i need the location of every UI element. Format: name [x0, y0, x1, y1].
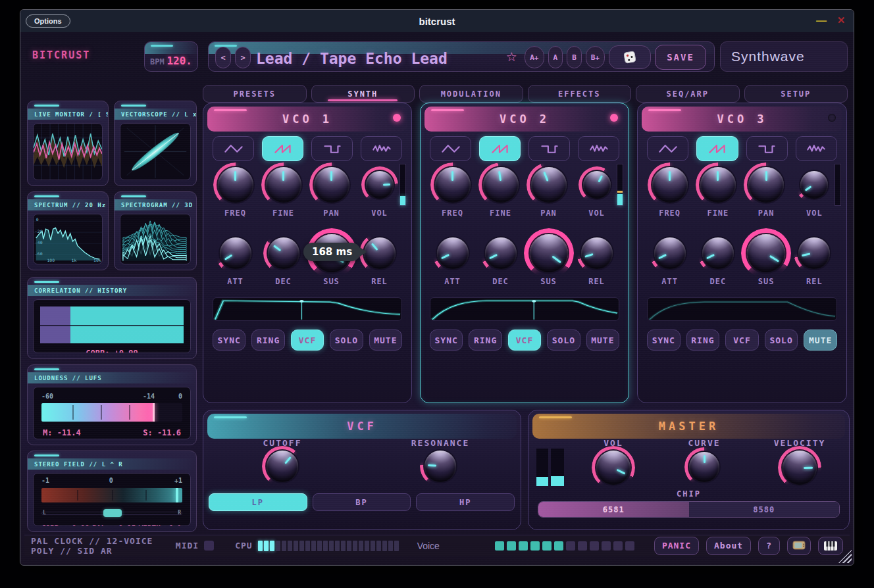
wave-square-button[interactable] [528, 136, 570, 161]
virtual-keyboard-button[interactable] [818, 537, 843, 555]
sustain-knob[interactable] [746, 233, 786, 274]
bandpass-button[interactable]: BP [313, 493, 411, 511]
close-icon[interactable]: ✕ [835, 14, 847, 26]
randomize-button[interactable] [609, 45, 651, 69]
wave-square-button[interactable] [746, 136, 788, 161]
ring-button[interactable]: RING [686, 330, 720, 351]
pan-knob[interactable] [530, 166, 568, 204]
correlation-title: CORRELATION // HISTORY [28, 285, 196, 296]
freq-knob[interactable] [217, 166, 255, 204]
crt-toggle-button[interactable] [787, 537, 811, 555]
tab-modulation[interactable]: MODULATION [419, 85, 523, 103]
bpm-value: 120. [167, 55, 192, 67]
next-preset-button[interactable]: > [235, 47, 251, 68]
vol-knob[interactable] [582, 170, 612, 200]
sync-button[interactable]: SYNC [430, 330, 463, 351]
preset-category-field[interactable]: Synthwave [720, 41, 848, 72]
loudness-panel: LOUDNESS // LUFS -60 -14 0 M: -11.4 S: -… [27, 364, 197, 445]
attack-knob[interactable] [436, 236, 470, 270]
wave-triangle-button[interactable] [647, 136, 688, 161]
attack-label: ATT [646, 277, 694, 286]
freq-knob[interactable] [434, 166, 472, 204]
fine-knob[interactable] [699, 166, 737, 204]
vco2-envelope-display[interactable] [430, 297, 619, 321]
wave-saw-button[interactable] [696, 136, 738, 161]
vco3-envelope-display[interactable] [647, 297, 837, 321]
sync-button[interactable]: SYNC [647, 330, 681, 351]
lowpass-button[interactable]: LP [209, 493, 307, 511]
favorite-star-icon[interactable]: ☆ [502, 46, 521, 68]
pan-knob[interactable] [747, 166, 785, 204]
minimize-icon[interactable]: — [815, 15, 827, 27]
wave-triangle-button[interactable] [213, 136, 254, 161]
wave-saw-button[interactable] [479, 136, 521, 161]
vco1-envelope-display[interactable] [213, 297, 402, 321]
wave-noise-button[interactable] [578, 136, 619, 161]
wave-triangle-button[interactable] [430, 136, 471, 161]
ring-button[interactable]: RING [469, 330, 501, 351]
decay-knob[interactable] [484, 236, 518, 270]
freq-knob[interactable] [651, 166, 689, 204]
ring-button[interactable]: RING [251, 330, 284, 351]
balance-thumb[interactable] [103, 509, 122, 517]
mute-button[interactable]: MUTE [369, 330, 402, 351]
wave-square-button[interactable] [311, 136, 353, 161]
panic-button[interactable]: PANIC [654, 537, 699, 555]
tab-synth[interactable]: SYNTH [311, 85, 415, 103]
solo-button[interactable]: SOLO [330, 330, 363, 351]
copy-a-button[interactable]: A+ [525, 46, 544, 68]
slot-b-button[interactable]: B [567, 46, 582, 68]
cpu-meter-group: CPU [235, 541, 398, 551]
vol-knob[interactable] [799, 170, 829, 200]
slot-a-button[interactable]: A [548, 46, 563, 68]
release-knob[interactable] [580, 236, 614, 270]
mute-button[interactable]: MUTE [804, 330, 837, 351]
fine-knob[interactable] [265, 166, 303, 204]
tab-setup[interactable]: SETUP [744, 85, 848, 103]
tab-effects[interactable]: EFFECTS [528, 85, 632, 103]
curve-knob[interactable] [688, 451, 721, 483]
solo-button[interactable]: SOLO [765, 330, 798, 351]
vol-knob[interactable] [365, 170, 395, 200]
chip-6581-button[interactable]: 6581 [538, 502, 689, 517]
scale-tick: -60 [41, 393, 53, 400]
short-term-lufs: S: -11.6 [143, 428, 181, 437]
decay-knob[interactable] [267, 236, 301, 270]
about-button[interactable]: About [706, 537, 751, 555]
attack-knob[interactable] [218, 236, 253, 270]
balance-slider[interactable]: L R [41, 509, 182, 517]
tab-presets[interactable]: PRESETS [203, 85, 307, 103]
highpass-button[interactable]: HP [416, 493, 515, 511]
decay-knob[interactable] [701, 236, 735, 270]
prev-preset-button[interactable]: < [215, 47, 231, 68]
vcf-route-button[interactable]: VCF [725, 330, 759, 351]
vcf-route-button[interactable]: VCF [291, 330, 324, 351]
wave-noise-button[interactable] [796, 136, 837, 161]
options-button[interactable]: Options [26, 14, 70, 28]
bpm-display[interactable]: BPM 120. [144, 41, 198, 72]
preset-name[interactable]: Lead / Tape Echo Lead [256, 50, 448, 67]
solo-button[interactable]: SOLO [547, 330, 580, 351]
tab-seq-arp[interactable]: SEQ/ARP [636, 85, 740, 103]
help-button[interactable]: ? [758, 537, 780, 555]
fine-label: FINE [259, 208, 307, 218]
vcf-route-button[interactable]: VCF [508, 330, 541, 351]
sync-button[interactable]: SYNC [213, 330, 245, 351]
pan-knob[interactable] [313, 166, 351, 204]
copy-b-button[interactable]: B+ [586, 46, 605, 68]
chip-8580-button[interactable]: 8580 [689, 502, 840, 517]
wave-saw-button[interactable] [262, 136, 303, 161]
sustain-knob[interactable] [528, 233, 569, 274]
wave-noise-button[interactable] [361, 136, 402, 161]
release-knob[interactable] [363, 236, 397, 270]
save-button[interactable]: SAVE [655, 45, 706, 70]
mute-button[interactable]: MUTE [586, 330, 619, 351]
attack-knob[interactable] [653, 236, 687, 270]
master-vol-knob[interactable] [595, 449, 632, 486]
velocity-knob[interactable] [781, 449, 818, 486]
resonance-knob[interactable] [423, 449, 457, 483]
fine-knob[interactable] [482, 166, 520, 204]
cutoff-knob[interactable] [265, 449, 299, 483]
live-monitor-title[interactable]: LIVE MONITOR / [ SETUP ] [28, 109, 108, 120]
release-knob[interactable] [797, 236, 831, 270]
